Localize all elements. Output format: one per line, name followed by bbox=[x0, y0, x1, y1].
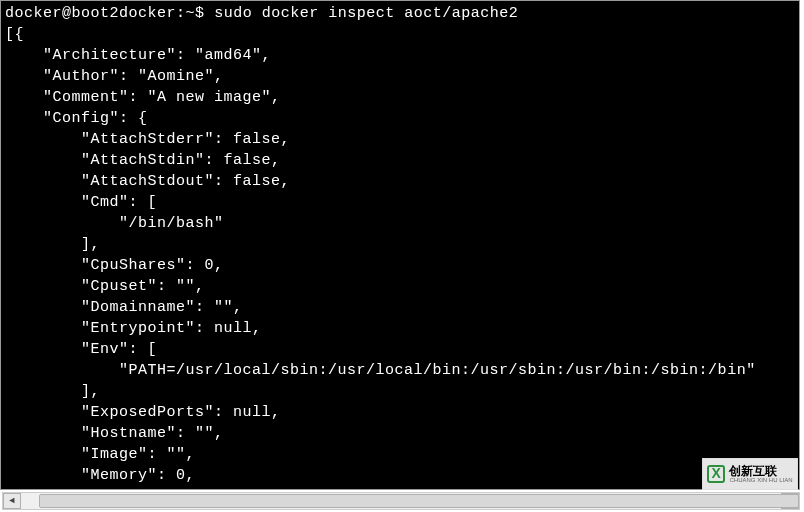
field-cpuset-value: "", bbox=[176, 278, 205, 295]
field-config-key: "Config" bbox=[43, 110, 119, 127]
field-cmd-value: [ bbox=[148, 194, 158, 211]
prompt-user: docker bbox=[5, 5, 62, 22]
field-attachstdout-key: "AttachStdout" bbox=[81, 173, 214, 190]
watermark-badge: 创新互联 CHUANG XIN HU LIAN bbox=[702, 458, 798, 490]
field-attachstdin-key: "AttachStdin" bbox=[81, 152, 205, 169]
field-architecture-key: "Architecture" bbox=[43, 47, 176, 64]
horizontal-scrollbar[interactable]: ◄ ► bbox=[2, 492, 800, 510]
field-author-key: "Author" bbox=[43, 68, 119, 85]
field-entrypoint-value: null, bbox=[214, 320, 262, 337]
field-attachstdin-value: false, bbox=[224, 152, 281, 169]
field-memory-value: 0, bbox=[176, 467, 195, 484]
field-hostname-value: "", bbox=[195, 425, 224, 442]
field-domainname-value: "", bbox=[214, 299, 243, 316]
field-attachstderr-key: "AttachStderr" bbox=[81, 131, 214, 148]
scrollbar-left-arrow[interactable]: ◄ bbox=[3, 493, 21, 509]
watermark-text: 创新互联 CHUANG XIN HU LIAN bbox=[729, 465, 792, 483]
field-cmd-item: "/bin/bash" bbox=[119, 215, 224, 232]
terminal-output[interactable]: docker@boot2docker:~$ sudo docker inspec… bbox=[5, 3, 795, 490]
watermark-icon bbox=[707, 465, 725, 483]
field-cmd-key: "Cmd" bbox=[81, 194, 129, 211]
field-attachstderr-value: false, bbox=[233, 131, 290, 148]
field-image-value: "", bbox=[167, 446, 196, 463]
watermark-en: CHUANG XIN HU LIAN bbox=[729, 477, 792, 483]
prompt-host: boot2docker bbox=[72, 5, 177, 22]
field-cpushares-key: "CpuShares" bbox=[81, 257, 186, 274]
field-exposedports-key: "ExposedPorts" bbox=[81, 404, 214, 421]
field-image-key: "Image" bbox=[81, 446, 148, 463]
json-open: [{ bbox=[5, 26, 24, 43]
field-author-value: "Aomine", bbox=[138, 68, 224, 85]
field-cmd-close: ], bbox=[81, 236, 100, 253]
prompt-symbol: $ bbox=[195, 5, 205, 22]
watermark-logo: 创新互联 CHUANG XIN HU LIAN bbox=[707, 465, 792, 483]
field-env-key: "Env" bbox=[81, 341, 129, 358]
field-cpushares-value: 0, bbox=[205, 257, 224, 274]
scrollbar-thumb[interactable] bbox=[39, 494, 799, 508]
watermark-cn: 创新互联 bbox=[729, 465, 792, 477]
prompt-path: ~ bbox=[186, 5, 196, 22]
field-memoryswap-key: "MemorySwap" bbox=[81, 488, 195, 490]
field-memory-key: "Memory" bbox=[81, 467, 157, 484]
field-cpuset-key: "Cpuset" bbox=[81, 278, 157, 295]
field-domainname-key: "Domainname" bbox=[81, 299, 195, 316]
field-hostname-key: "Hostname" bbox=[81, 425, 176, 442]
command-text: sudo docker inspect aoct/apache2 bbox=[214, 5, 518, 22]
field-entrypoint-key: "Entrypoint" bbox=[81, 320, 195, 337]
terminal-window: docker@boot2docker:~$ sudo docker inspec… bbox=[0, 0, 800, 490]
field-env-close: ], bbox=[81, 383, 100, 400]
field-exposedports-value: null, bbox=[233, 404, 281, 421]
field-config-value: { bbox=[138, 110, 148, 127]
field-comment-value: "A new image", bbox=[148, 89, 281, 106]
field-architecture-value: "amd64", bbox=[195, 47, 271, 64]
field-comment-key: "Comment" bbox=[43, 89, 129, 106]
field-env-item: "PATH=/usr/local/sbin:/usr/local/bin:/us… bbox=[119, 362, 756, 379]
field-memoryswap-value: 0, bbox=[214, 488, 233, 490]
field-env-value: [ bbox=[148, 341, 158, 358]
scrollbar-track[interactable] bbox=[21, 493, 781, 509]
field-attachstdout-value: false, bbox=[233, 173, 290, 190]
